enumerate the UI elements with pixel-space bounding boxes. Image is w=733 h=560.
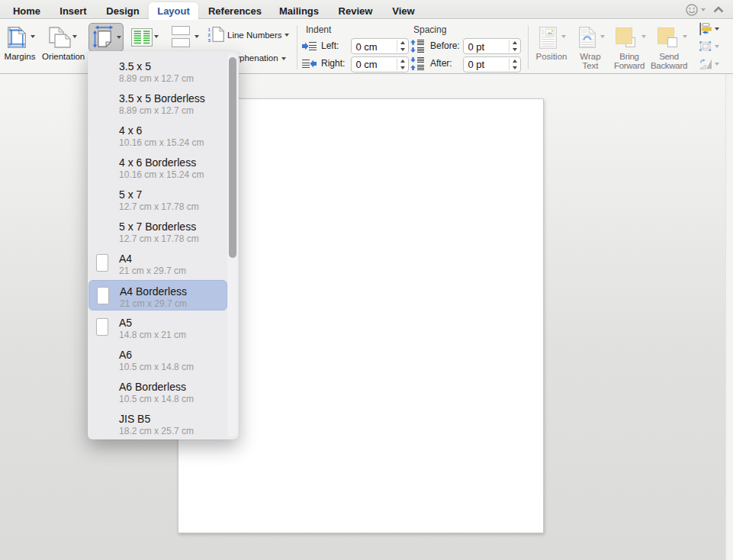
svg-text:3: 3 [208,38,211,43]
svg-text:2: 2 [208,33,211,37]
svg-text:1: 1 [208,27,211,32]
